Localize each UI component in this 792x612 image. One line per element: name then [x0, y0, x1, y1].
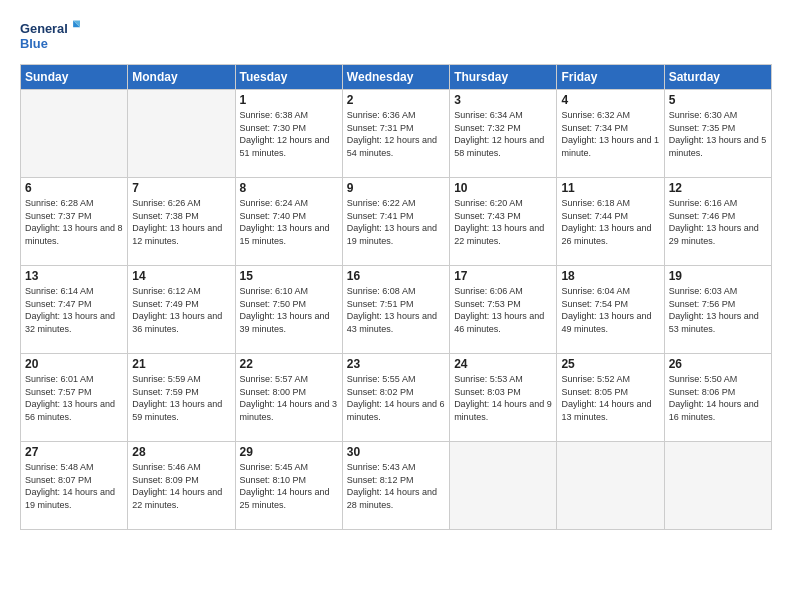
calendar-cell: 29Sunrise: 5:45 AM Sunset: 8:10 PM Dayli…: [235, 442, 342, 530]
day-number: 14: [132, 269, 230, 283]
calendar-cell: 14Sunrise: 6:12 AM Sunset: 7:49 PM Dayli…: [128, 266, 235, 354]
day-number: 9: [347, 181, 445, 195]
calendar-cell: 8Sunrise: 6:24 AM Sunset: 7:40 PM Daylig…: [235, 178, 342, 266]
calendar-week-row: 20Sunrise: 6:01 AM Sunset: 7:57 PM Dayli…: [21, 354, 772, 442]
day-number: 5: [669, 93, 767, 107]
calendar-cell: 5Sunrise: 6:30 AM Sunset: 7:35 PM Daylig…: [664, 90, 771, 178]
logo: General Blue: [20, 16, 80, 54]
calendar-cell: 17Sunrise: 6:06 AM Sunset: 7:53 PM Dayli…: [450, 266, 557, 354]
calendar-cell: 1Sunrise: 6:38 AM Sunset: 7:30 PM Daylig…: [235, 90, 342, 178]
day-number: 18: [561, 269, 659, 283]
day-info: Sunrise: 5:43 AM Sunset: 8:12 PM Dayligh…: [347, 461, 445, 511]
day-info: Sunrise: 5:50 AM Sunset: 8:06 PM Dayligh…: [669, 373, 767, 423]
weekday-header-row: SundayMondayTuesdayWednesdayThursdayFrid…: [21, 65, 772, 90]
day-number: 28: [132, 445, 230, 459]
calendar-cell: 2Sunrise: 6:36 AM Sunset: 7:31 PM Daylig…: [342, 90, 449, 178]
calendar-cell: 4Sunrise: 6:32 AM Sunset: 7:34 PM Daylig…: [557, 90, 664, 178]
calendar-cell: 15Sunrise: 6:10 AM Sunset: 7:50 PM Dayli…: [235, 266, 342, 354]
calendar-cell: 7Sunrise: 6:26 AM Sunset: 7:38 PM Daylig…: [128, 178, 235, 266]
weekday-header: Wednesday: [342, 65, 449, 90]
calendar-cell: [128, 90, 235, 178]
day-info: Sunrise: 6:01 AM Sunset: 7:57 PM Dayligh…: [25, 373, 123, 423]
day-number: 10: [454, 181, 552, 195]
calendar-cell: 21Sunrise: 5:59 AM Sunset: 7:59 PM Dayli…: [128, 354, 235, 442]
weekday-header: Monday: [128, 65, 235, 90]
day-info: Sunrise: 5:46 AM Sunset: 8:09 PM Dayligh…: [132, 461, 230, 511]
day-info: Sunrise: 5:48 AM Sunset: 8:07 PM Dayligh…: [25, 461, 123, 511]
day-info: Sunrise: 6:38 AM Sunset: 7:30 PM Dayligh…: [240, 109, 338, 159]
day-info: Sunrise: 6:30 AM Sunset: 7:35 PM Dayligh…: [669, 109, 767, 159]
day-info: Sunrise: 6:32 AM Sunset: 7:34 PM Dayligh…: [561, 109, 659, 159]
calendar-cell: 24Sunrise: 5:53 AM Sunset: 8:03 PM Dayli…: [450, 354, 557, 442]
day-number: 7: [132, 181, 230, 195]
day-info: Sunrise: 6:36 AM Sunset: 7:31 PM Dayligh…: [347, 109, 445, 159]
day-info: Sunrise: 6:08 AM Sunset: 7:51 PM Dayligh…: [347, 285, 445, 335]
calendar-cell: 27Sunrise: 5:48 AM Sunset: 8:07 PM Dayli…: [21, 442, 128, 530]
day-info: Sunrise: 5:59 AM Sunset: 7:59 PM Dayligh…: [132, 373, 230, 423]
weekday-header: Thursday: [450, 65, 557, 90]
weekday-header: Sunday: [21, 65, 128, 90]
day-info: Sunrise: 5:52 AM Sunset: 8:05 PM Dayligh…: [561, 373, 659, 423]
calendar-cell: 23Sunrise: 5:55 AM Sunset: 8:02 PM Dayli…: [342, 354, 449, 442]
calendar-cell: [450, 442, 557, 530]
page: General Blue SundayMondayTuesdayWednesda…: [0, 0, 792, 612]
day-number: 15: [240, 269, 338, 283]
calendar-cell: 18Sunrise: 6:04 AM Sunset: 7:54 PM Dayli…: [557, 266, 664, 354]
day-info: Sunrise: 5:53 AM Sunset: 8:03 PM Dayligh…: [454, 373, 552, 423]
day-info: Sunrise: 6:06 AM Sunset: 7:53 PM Dayligh…: [454, 285, 552, 335]
calendar-cell: 26Sunrise: 5:50 AM Sunset: 8:06 PM Dayli…: [664, 354, 771, 442]
day-number: 11: [561, 181, 659, 195]
day-number: 20: [25, 357, 123, 371]
calendar-cell: 12Sunrise: 6:16 AM Sunset: 7:46 PM Dayli…: [664, 178, 771, 266]
day-number: 2: [347, 93, 445, 107]
day-number: 8: [240, 181, 338, 195]
calendar-cell: [664, 442, 771, 530]
calendar-cell: 6Sunrise: 6:28 AM Sunset: 7:37 PM Daylig…: [21, 178, 128, 266]
day-info: Sunrise: 6:18 AM Sunset: 7:44 PM Dayligh…: [561, 197, 659, 247]
day-info: Sunrise: 6:03 AM Sunset: 7:56 PM Dayligh…: [669, 285, 767, 335]
day-number: 30: [347, 445, 445, 459]
day-number: 22: [240, 357, 338, 371]
weekday-header: Saturday: [664, 65, 771, 90]
day-info: Sunrise: 6:22 AM Sunset: 7:41 PM Dayligh…: [347, 197, 445, 247]
day-number: 25: [561, 357, 659, 371]
calendar-week-row: 27Sunrise: 5:48 AM Sunset: 8:07 PM Dayli…: [21, 442, 772, 530]
day-number: 13: [25, 269, 123, 283]
day-number: 26: [669, 357, 767, 371]
day-info: Sunrise: 6:20 AM Sunset: 7:43 PM Dayligh…: [454, 197, 552, 247]
day-number: 27: [25, 445, 123, 459]
calendar-cell: [557, 442, 664, 530]
day-info: Sunrise: 5:45 AM Sunset: 8:10 PM Dayligh…: [240, 461, 338, 511]
calendar-cell: 22Sunrise: 5:57 AM Sunset: 8:00 PM Dayli…: [235, 354, 342, 442]
day-number: 4: [561, 93, 659, 107]
day-info: Sunrise: 6:24 AM Sunset: 7:40 PM Dayligh…: [240, 197, 338, 247]
day-number: 16: [347, 269, 445, 283]
weekday-header: Tuesday: [235, 65, 342, 90]
day-number: 1: [240, 93, 338, 107]
logo-svg: General Blue: [20, 16, 80, 54]
calendar-cell: 16Sunrise: 6:08 AM Sunset: 7:51 PM Dayli…: [342, 266, 449, 354]
day-info: Sunrise: 6:26 AM Sunset: 7:38 PM Dayligh…: [132, 197, 230, 247]
calendar-cell: 19Sunrise: 6:03 AM Sunset: 7:56 PM Dayli…: [664, 266, 771, 354]
day-info: Sunrise: 6:16 AM Sunset: 7:46 PM Dayligh…: [669, 197, 767, 247]
calendar-cell: [21, 90, 128, 178]
day-info: Sunrise: 6:28 AM Sunset: 7:37 PM Dayligh…: [25, 197, 123, 247]
weekday-header: Friday: [557, 65, 664, 90]
calendar-week-row: 13Sunrise: 6:14 AM Sunset: 7:47 PM Dayli…: [21, 266, 772, 354]
day-info: Sunrise: 5:57 AM Sunset: 8:00 PM Dayligh…: [240, 373, 338, 423]
day-number: 19: [669, 269, 767, 283]
day-info: Sunrise: 5:55 AM Sunset: 8:02 PM Dayligh…: [347, 373, 445, 423]
svg-text:General: General: [20, 21, 68, 36]
day-number: 12: [669, 181, 767, 195]
calendar-cell: 20Sunrise: 6:01 AM Sunset: 7:57 PM Dayli…: [21, 354, 128, 442]
day-number: 3: [454, 93, 552, 107]
calendar-cell: 28Sunrise: 5:46 AM Sunset: 8:09 PM Dayli…: [128, 442, 235, 530]
day-number: 24: [454, 357, 552, 371]
calendar-cell: 30Sunrise: 5:43 AM Sunset: 8:12 PM Dayli…: [342, 442, 449, 530]
day-number: 17: [454, 269, 552, 283]
calendar-cell: 25Sunrise: 5:52 AM Sunset: 8:05 PM Dayli…: [557, 354, 664, 442]
day-number: 21: [132, 357, 230, 371]
day-info: Sunrise: 6:10 AM Sunset: 7:50 PM Dayligh…: [240, 285, 338, 335]
day-info: Sunrise: 6:04 AM Sunset: 7:54 PM Dayligh…: [561, 285, 659, 335]
calendar-week-row: 6Sunrise: 6:28 AM Sunset: 7:37 PM Daylig…: [21, 178, 772, 266]
